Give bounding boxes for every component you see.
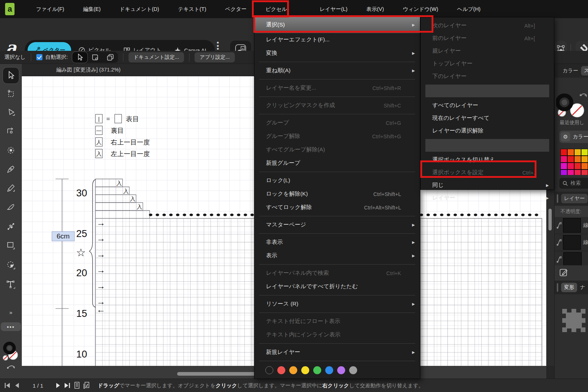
menu-item[interactable]: テキスト内にインライン表示 <box>254 328 420 342</box>
menu-item[interactable] <box>259 97 415 97</box>
selection-brush-tool[interactable] <box>3 142 19 158</box>
menu-item[interactable]: 新規グループ <box>254 156 420 170</box>
menu-item[interactable]: 新規レイヤー ▶ <box>254 346 420 359</box>
select-same-mode-button[interactable] <box>87 52 103 63</box>
palette-swatch[interactable] <box>581 156 588 163</box>
menu-item[interactable]: 表示 ▶ <box>254 249 420 262</box>
rectangle-tool[interactable] <box>3 237 19 253</box>
menu-file[interactable]: ファイル(F) <box>31 0 69 18</box>
menu-item[interactable] <box>259 62 415 62</box>
palette-swatch[interactable] <box>581 163 588 170</box>
menu-item[interactable] <box>259 361 415 361</box>
menu-item[interactable] <box>259 343 415 344</box>
menu-item[interactable] <box>259 114 415 114</box>
palette-swatch[interactable] <box>567 156 574 163</box>
swap-colors-icon[interactable] <box>6 364 16 371</box>
layer-row[interactable] <box>555 251 588 265</box>
menu-layer[interactable]: レイヤー(L) <box>315 0 352 18</box>
menu-item[interactable]: グループ解除 Ctrl+Shift+G <box>254 130 420 143</box>
palette-swatch[interactable] <box>574 149 581 156</box>
palette-swatch[interactable] <box>567 163 574 170</box>
menu-pixel[interactable]: ピクセル <box>261 0 291 18</box>
toolbar-overflow-icon[interactable]: ••• <box>215 41 221 51</box>
submenu-item[interactable]: レイヤーの選択解除 <box>421 124 554 137</box>
menu-item[interactable] <box>259 216 415 216</box>
fill-stroke-indicator[interactable] <box>3 341 20 364</box>
menu-view[interactable]: 表示(V) <box>362 0 388 18</box>
last-page-button[interactable] <box>63 382 72 389</box>
vector-crop-tool[interactable] <box>3 257 19 273</box>
submenu-item[interactable]: トップレイヤー <box>421 57 554 70</box>
layer-color-swatch[interactable] <box>277 366 285 374</box>
menu-window[interactable]: ウィンドウ(W) <box>398 0 443 18</box>
vertical-scrollbar-thumb[interactable] <box>548 209 552 230</box>
menu-item[interactable] <box>259 313 415 313</box>
color-options-button[interactable]: ⚙ カラー <box>559 131 588 143</box>
document-settings-button[interactable]: ドキュメント設定... <box>128 52 184 62</box>
menu-item[interactable]: レイヤー名を変更... Ctrl+Shift+R <box>254 81 420 95</box>
tab-color[interactable]: カラー <box>560 66 581 75</box>
palette-swatch[interactable] <box>581 149 588 156</box>
select-copy-mode-button[interactable] <box>103 52 118 63</box>
document-tab[interactable]: 編み図 [変更済み] (371.2%) <box>22 66 121 73</box>
menu-item[interactable]: ロックを解除(K) Ctrl+Shift+L <box>254 187 420 201</box>
palette-swatch[interactable] <box>581 170 588 175</box>
menu-text[interactable]: テキスト(T) <box>173 0 211 18</box>
tab-swatches[interactable]: ス <box>581 66 588 75</box>
menu-item[interactable]: レイヤーエフェクト(F)... <box>254 33 420 46</box>
tab-layers[interactable]: レイヤー <box>561 194 588 203</box>
menu-item[interactable]: グループ Ctrl+G <box>254 116 420 130</box>
submenu-item[interactable]: 次のレイヤー Alt+] <box>421 19 554 32</box>
submenu-item[interactable]: すべてのレイヤー <box>421 99 554 112</box>
menu-item[interactable] <box>259 295 415 295</box>
corner-tool[interactable] <box>3 123 19 139</box>
layer-color-swatch[interactable] <box>349 366 357 374</box>
export-pages-icon[interactable] <box>82 381 91 389</box>
menu-item[interactable]: ロック(L) <box>254 174 420 187</box>
palette-swatch[interactable] <box>567 149 574 156</box>
submenu-item[interactable] <box>425 139 549 152</box>
menu-item[interactable]: レイヤーパネルですべて折りたたむ <box>254 280 420 293</box>
menu-document[interactable]: ドキュメント(D) <box>115 0 164 18</box>
layer-color-swatch[interactable] <box>301 366 309 374</box>
pencil-tool[interactable] <box>3 180 19 196</box>
menu-vector[interactable]: ベクター <box>220 0 251 18</box>
layer-color-swatch[interactable] <box>289 366 297 374</box>
submenu-item[interactable] <box>425 85 549 97</box>
autoselect-checkbox[interactable] <box>36 54 42 60</box>
more-tools-button[interactable]: ••• <box>1 322 21 331</box>
menu-item[interactable]: 重ね順(A) ▶ <box>254 64 420 77</box>
palette-swatch[interactable] <box>560 149 567 156</box>
palette-swatch[interactable] <box>560 163 567 170</box>
select-object-mode-button[interactable] <box>72 52 87 63</box>
submenu-item[interactable]: 現在のレイヤーすべて <box>421 112 554 124</box>
edit-layer-icon[interactable] <box>559 268 568 278</box>
app-settings-button[interactable]: アプリ設定... <box>195 52 235 62</box>
menu-item[interactable]: テキスト付近にフロート表示 <box>254 315 420 328</box>
palette-swatch[interactable] <box>574 156 581 163</box>
tab-navigator[interactable]: ナ <box>577 283 588 292</box>
expand-tools-button[interactable]: » <box>3 308 19 317</box>
layer-row[interactable]: 線 <box>555 234 588 251</box>
fill-stroke-selector[interactable] <box>556 81 588 119</box>
menu-item[interactable]: 変換 ▶ <box>254 46 420 60</box>
layer-color-swatch[interactable] <box>265 366 273 374</box>
menu-item[interactable]: マスターページ ▶ <box>254 218 420 232</box>
submenu-item[interactable]: 下のレイヤー <box>421 70 554 83</box>
menu-item[interactable]: 非表示 ▶ <box>254 236 420 249</box>
pen-tool[interactable] <box>3 161 19 177</box>
menu-item[interactable] <box>259 172 415 172</box>
menu-item[interactable] <box>259 264 415 265</box>
layer-color-swatch[interactable] <box>337 366 345 374</box>
menu-help[interactable]: ヘルプ(H) <box>452 0 485 18</box>
gradient-tool[interactable] <box>3 219 19 234</box>
layer-color-swatch[interactable] <box>313 366 321 374</box>
palette-swatch[interactable] <box>574 163 581 170</box>
text-tool[interactable] <box>3 277 19 293</box>
submenu-item[interactable]: 選択ボックスを設定 Ctrl+. <box>421 166 554 179</box>
palette-swatch[interactable] <box>560 170 567 175</box>
submenu-item[interactable]: レイヤー ▶ <box>421 192 554 204</box>
panel-drag-handle[interactable] <box>557 283 558 292</box>
submenu-item[interactable]: 選択ボックスを切り替え . <box>421 154 554 166</box>
tab-transform[interactable]: 変形 <box>561 283 577 292</box>
